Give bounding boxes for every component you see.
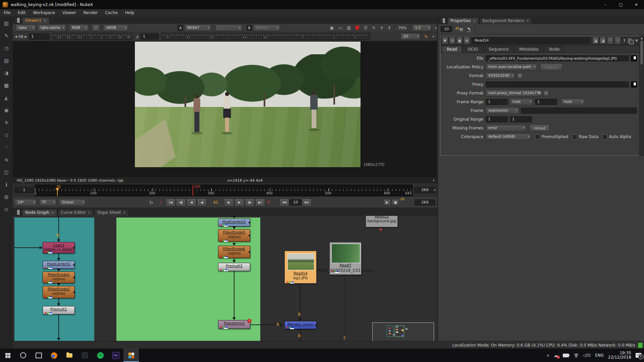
menu-edit[interactable]: Edit (14, 10, 29, 15)
pause-icon[interactable]: Ⅱ (388, 25, 390, 30)
taskbar-firefox[interactable] (46, 349, 62, 362)
deep-icon[interactable]: ≋ (0, 156, 13, 164)
taskbar-after-effects[interactable]: Ae (108, 349, 123, 362)
channel-mask-icon[interactable]: ◪ (592, 37, 599, 44)
collapse-ruler-icon[interactable]: » (431, 35, 435, 38)
tab-curve-editor[interactable]: Curve Editor✕ (58, 209, 94, 216)
tab-node[interactable]: Node (544, 46, 565, 53)
frame-range-start-mode-dropdown[interactable]: hold (510, 99, 533, 105)
tab-dope-sheet[interactable]: Dope Sheet✕ (94, 209, 128, 216)
record-icon[interactable]: ● (392, 199, 399, 206)
transform-icon[interactable]: ✛ (0, 118, 13, 127)
viewer-settings-icon[interactable]: ✛ (380, 25, 384, 30)
minimize-button[interactable]: – (598, 0, 613, 9)
raw-data-checkbox[interactable] (572, 134, 577, 139)
frame-range-end-mode-dropdown[interactable]: hold (561, 99, 584, 105)
tray-expand-icon[interactable]: ∧ (547, 353, 549, 358)
node-transform3[interactable]: Transform3 ! (218, 320, 250, 329)
node-graph-canvas[interactable]: Copy1 (alpha -> alpha) HueCorrect1 Filte… (13, 216, 437, 341)
node-read14[interactable]: Read14 bg2.JPG (284, 251, 317, 284)
float-viewer-icon[interactable]: ▭ (338, 25, 342, 30)
frame-increment-input[interactable]: 10 (289, 199, 302, 205)
redo-icon[interactable]: ↷ (614, 37, 621, 44)
viewer-lut-dropdown[interactable]: sRGB (103, 24, 128, 31)
menu-cache[interactable]: Cache (101, 10, 121, 15)
info-collapse-icon[interactable]: ▾ (433, 179, 434, 182)
node-filtererode6[interactable]: FilterErode6 (alpha) (218, 246, 250, 258)
merge-icon[interactable]: ◉ (0, 106, 13, 115)
other-icon[interactable]: ⊙ (0, 205, 13, 214)
format-equal-button[interactable]: = (517, 73, 523, 79)
close-panel-icon[interactable]: ✕ (635, 38, 638, 43)
tab-sequence[interactable]: Sequence (484, 46, 514, 53)
particles-icon[interactable]: ∵ (0, 143, 13, 152)
timeline-filter-dropdown[interactable]: TF (39, 199, 56, 206)
loop-mode-icon[interactable]: ↻ (149, 200, 153, 205)
skip-back-button[interactable]: ◀◀ (279, 198, 289, 206)
monitor-output-icon[interactable]: ▣ (330, 25, 334, 30)
node-premult3[interactable]: Premult3 (218, 263, 250, 271)
frame-mode-dropdown[interactable]: expression (486, 107, 519, 114)
node-huecorrect1[interactable]: HueCorrect1 (43, 261, 75, 269)
next-keyframe-button[interactable]: |▶ (245, 198, 255, 206)
properties-scrollbar[interactable]: ▲ (639, 36, 644, 156)
auto-alpha-checkbox[interactable] (602, 134, 607, 139)
missing-frames-dropdown[interactable]: error (486, 125, 526, 131)
in-point-button[interactable]: I (160, 200, 162, 205)
clear-panels-icon[interactable]: ⊠ (460, 27, 463, 32)
colorspace-dropdown[interactable]: default (sRGB) (486, 133, 531, 140)
close-tab-icon[interactable]: ✕ (526, 18, 529, 24)
tab-read[interactable]: Read (442, 46, 462, 53)
frame-range-mode-dropdown[interactable]: Global (59, 199, 86, 206)
reload-button[interactable]: reload (530, 124, 550, 132)
color-icon[interactable]: ◑ (0, 69, 13, 77)
scrollbar-thumb[interactable] (640, 41, 643, 64)
float-panel-icon[interactable] (628, 39, 631, 43)
frame-slider[interactable]: 1 100 200 300 400 500 600 643 41 269 (35, 185, 413, 196)
viewer-2d3d-dropdown[interactable]: 2D (400, 33, 420, 40)
battery-icon[interactable] (563, 354, 569, 357)
keyer-icon[interactable]: ◭ (0, 94, 13, 102)
close-tab-icon[interactable]: ✕ (123, 209, 126, 216)
close-tab-icon[interactable]: ✕ (51, 209, 54, 216)
channel-icon[interactable]: ▤ (0, 56, 13, 65)
menu-render[interactable]: Render (80, 10, 102, 15)
tab-metadata[interactable]: Metadata (514, 46, 543, 53)
language-indicator[interactable]: ENG (595, 353, 604, 358)
node-name-field[interactable]: Read14 (472, 38, 589, 44)
flipbook-play-icon[interactable]: ▶ (383, 199, 391, 206)
filter-icon[interactable]: ▩ (0, 81, 13, 90)
menu-file[interactable]: File (0, 10, 14, 15)
step-forward-button[interactable]: ▶ (234, 198, 244, 206)
3d-icon[interactable]: ◇ (0, 131, 13, 139)
gain-input[interactable]: 1 (29, 34, 50, 40)
close-tab-icon[interactable]: ✕ (88, 209, 91, 216)
input-process-button[interactable]: IP (92, 24, 100, 31)
node-copy1[interactable]: Copy1 (alpha -> alpha) (43, 242, 75, 253)
timeline-collapse-icon[interactable]: » (432, 189, 437, 191)
gain-next-icon[interactable]: ▶ (25, 35, 27, 38)
file-browser-icon[interactable] (631, 55, 637, 61)
taskbar-app[interactable] (77, 349, 93, 362)
wifi-icon[interactable] (573, 354, 579, 357)
fps-dropdown[interactable]: 24* (15, 199, 37, 206)
center-node-icon[interactable]: ⊙ (449, 37, 455, 44)
format-dropdown[interactable]: 4320x3240 (486, 72, 515, 79)
localization-policy-dropdown[interactable]: from auto-localize path (486, 64, 537, 70)
taskbar-nuke[interactable] (123, 349, 139, 362)
step-back-button[interactable]: ◀ (186, 198, 196, 206)
frame-expression-input[interactable] (521, 108, 637, 114)
taskbar-spotify[interactable] (93, 349, 108, 362)
volume-icon[interactable]: ◁))) (583, 353, 591, 358)
panel-chooser-icon[interactable] (14, 17, 20, 23)
viewer-canvas[interactable]: (480x270) (13, 41, 437, 177)
proxy-input[interactable] (486, 81, 629, 87)
play-backward-button[interactable]: ◀ (197, 198, 207, 206)
edit-mode-icon[interactable]: ✎ (467, 26, 471, 32)
proxy-browser-icon[interactable] (631, 81, 637, 87)
search-button[interactable] (15, 349, 31, 362)
goto-start-button[interactable]: |◀ (166, 198, 175, 206)
postage-stamp-icon[interactable]: ▣ (457, 37, 463, 44)
current-frame-display[interactable]: 41 (210, 200, 221, 205)
tab-properties[interactable]: Properties✕ (447, 17, 479, 24)
